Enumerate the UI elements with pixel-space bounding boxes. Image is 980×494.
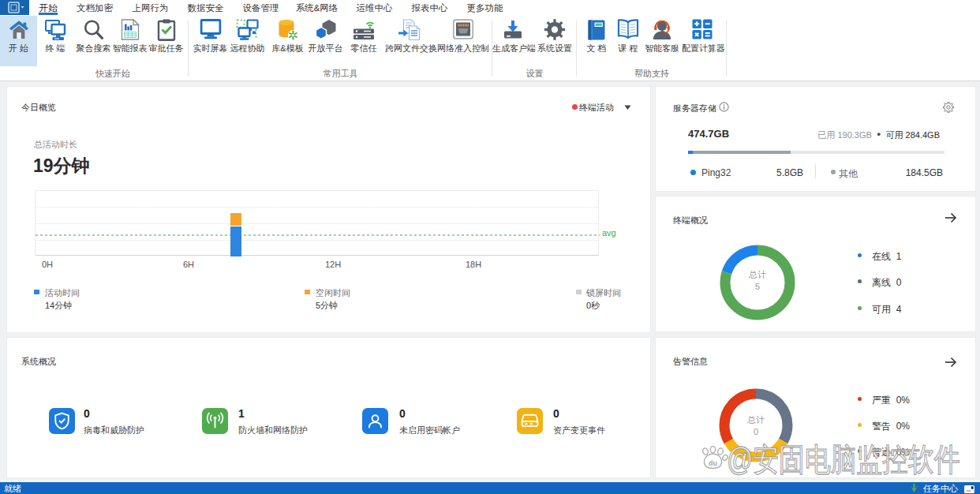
svg-text:du: du	[709, 459, 717, 467]
